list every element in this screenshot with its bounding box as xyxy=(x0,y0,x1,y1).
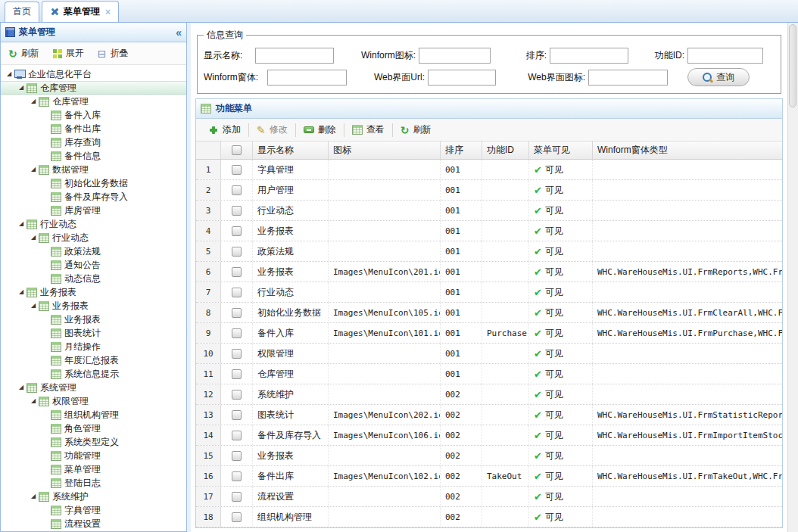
tree-item[interactable]: 库存查询 xyxy=(1,135,186,149)
tree-expand-button[interactable]: 展开 xyxy=(53,47,84,60)
table-row[interactable]: 12系统维护002✔可见 xyxy=(196,384,782,405)
tab-home[interactable]: 首页 xyxy=(5,2,39,22)
winform-icon-input[interactable] xyxy=(419,48,491,64)
tab-close-icon[interactable]: × xyxy=(105,7,111,17)
header-sort[interactable]: 排序 xyxy=(441,142,482,159)
row-checkbox[interactable] xyxy=(232,410,242,420)
tree-item[interactable]: ◢行业动态 xyxy=(1,231,186,244)
tree-item[interactable]: ◢权限管理 xyxy=(1,394,186,408)
tree-expanded-icon[interactable]: ◢ xyxy=(28,303,39,309)
row-checkbox[interactable] xyxy=(232,328,242,338)
tree-item[interactable]: ◢业务报表 xyxy=(1,285,186,299)
row-checkbox[interactable] xyxy=(232,226,242,236)
view-button[interactable]: 查看 xyxy=(344,123,392,136)
table-row[interactable]: 16备件出库Images\MenuIcon\102.ico002TakeOut✔… xyxy=(196,466,782,487)
table-row[interactable]: 18组织机构管理002✔可见 xyxy=(196,507,782,527)
header-winform-type[interactable]: Winform窗体类型 xyxy=(593,142,782,159)
header-display-name[interactable]: 显示名称 xyxy=(253,142,329,159)
row-checkbox[interactable] xyxy=(232,267,242,277)
tree-item[interactable]: 动态信息 xyxy=(1,272,186,285)
tree-item[interactable]: 备件及库存导入 xyxy=(1,190,186,204)
tree-item[interactable]: 月结操作 xyxy=(1,340,186,353)
table-row[interactable]: 13图表统计Images\MenuIcon\202.ico002✔可见WHC.W… xyxy=(196,405,782,425)
tree-item[interactable]: 系统信息提示 xyxy=(1,367,186,381)
tree-item[interactable]: 流程设置 xyxy=(1,517,186,530)
table-row[interactable]: 9备件入库Images\MenuIcon\101.ico001Purchase✔… xyxy=(196,323,782,344)
tree-expanded-icon[interactable]: ◢ xyxy=(28,166,39,173)
tree-refresh-button[interactable]: ↻ 刷新 xyxy=(8,47,39,60)
tree-item[interactable]: 系统类型定义 xyxy=(1,435,186,449)
tree-expanded-icon[interactable]: ◢ xyxy=(28,398,39,404)
tree-item[interactable]: 库房管理 xyxy=(1,204,186,217)
tree-item[interactable]: ◢业务报表 xyxy=(1,299,186,313)
tree-item[interactable]: 初始化业务数据 xyxy=(1,176,186,190)
row-checkbox[interactable] xyxy=(232,288,242,297)
edit-button[interactable]: ✎ 修改 xyxy=(249,123,295,136)
tree-item[interactable]: 菜单管理 xyxy=(1,462,186,476)
scrollbar-thumb[interactable] xyxy=(789,24,796,107)
tree-item[interactable]: ◢数据管理 xyxy=(1,163,186,176)
tab-menu-management[interactable]: 菜单管理 × xyxy=(42,1,119,22)
tree-expanded-icon[interactable]: ◢ xyxy=(28,493,39,499)
row-checkbox[interactable] xyxy=(232,390,242,400)
sort-input[interactable] xyxy=(550,48,628,64)
tree-item[interactable]: ◢仓库管理 xyxy=(1,81,186,95)
tree-expanded-icon[interactable]: ◢ xyxy=(28,235,39,241)
row-checkbox[interactable] xyxy=(232,185,242,195)
tree-item[interactable]: 通知公告 xyxy=(1,258,186,272)
select-all-checkbox[interactable] xyxy=(232,145,242,155)
row-checkbox[interactable] xyxy=(232,471,242,481)
header-menu-visible[interactable]: 菜单可见 xyxy=(529,142,593,159)
table-row[interactable]: 2用户管理001✔可见 xyxy=(196,180,782,201)
tree-item[interactable]: 字典管理 xyxy=(1,503,186,517)
table-row[interactable]: 8初始化业务数据Images\MenuIcon\105.ico001✔可见WHC… xyxy=(196,303,782,323)
table-row[interactable]: 4业务报表001✔可见 xyxy=(196,221,782,241)
winform-form-input[interactable] xyxy=(267,70,347,86)
row-checkbox[interactable] xyxy=(232,431,242,440)
row-checkbox[interactable] xyxy=(232,349,242,359)
grid-refresh-button[interactable]: ↻ 刷新 xyxy=(393,123,439,136)
table-row[interactable]: 1字典管理001✔可见 xyxy=(196,160,782,180)
web-icon-input[interactable] xyxy=(588,70,668,86)
tree-item[interactable]: 功能管理 xyxy=(1,449,186,462)
tree-item[interactable]: 备件出库 xyxy=(1,122,186,135)
tree-expanded-icon[interactable]: ◢ xyxy=(16,85,26,91)
tree-item[interactable]: 备件信息 xyxy=(1,149,186,163)
tree-item[interactable]: ◢系统管理 xyxy=(1,381,186,394)
delete-button[interactable]: 删除 xyxy=(296,123,344,136)
row-checkbox[interactable] xyxy=(232,247,242,257)
row-checkbox[interactable] xyxy=(232,512,242,522)
table-row[interactable]: 5政策法规001✔可见 xyxy=(196,241,782,262)
vertical-scrollbar[interactable] xyxy=(787,23,798,532)
table-row[interactable]: 6业务报表Images\MenuIcon\201.ico001✔可见WHC.Wa… xyxy=(196,262,782,282)
search-button[interactable]: 查询 xyxy=(687,68,750,86)
header-icon[interactable]: 图标 xyxy=(329,142,441,159)
tree-expanded-icon[interactable]: ◢ xyxy=(16,289,26,295)
tree-expanded-icon[interactable]: ◢ xyxy=(16,384,26,390)
row-checkbox[interactable] xyxy=(232,451,242,461)
tree-expanded-icon[interactable]: ◢ xyxy=(28,98,39,104)
tree-item[interactable]: 业务报表 xyxy=(1,313,186,326)
header-func-id[interactable]: 功能ID xyxy=(482,142,529,159)
table-row[interactable]: 15业务报表002✔可见 xyxy=(196,446,782,466)
func-id-input[interactable] xyxy=(687,48,763,64)
web-url-input[interactable] xyxy=(428,70,496,86)
tree-item[interactable]: 年度汇总报表 xyxy=(1,353,186,367)
tree-item[interactable]: 登陆日志 xyxy=(1,476,186,490)
tree-item[interactable]: 组织机构管理 xyxy=(1,408,186,422)
tree-collapse-button[interactable]: ⊟ 折叠 xyxy=(98,47,129,60)
display-name-input[interactable] xyxy=(255,48,334,64)
row-checkbox[interactable] xyxy=(232,492,242,502)
table-row[interactable]: 3行业动态001✔可见 xyxy=(196,201,782,221)
tree-item[interactable]: 备件入库 xyxy=(1,108,186,122)
row-checkbox[interactable] xyxy=(232,165,242,175)
tree-item[interactable]: ◢企业信息化平台 xyxy=(1,67,186,81)
tree-item[interactable]: ◢行业动态 xyxy=(1,217,186,231)
table-row[interactable]: 17流程设置002✔可见 xyxy=(196,487,782,507)
table-row[interactable]: 10权限管理001✔可见 xyxy=(196,344,782,364)
tree-item[interactable]: ◢系统维护 xyxy=(1,490,186,503)
tree-item[interactable]: 角色管理 xyxy=(1,422,186,435)
row-checkbox[interactable] xyxy=(232,308,242,318)
tree-item[interactable]: ◢仓库管理 xyxy=(1,95,186,108)
tree-expanded-icon[interactable]: ◢ xyxy=(4,71,14,77)
